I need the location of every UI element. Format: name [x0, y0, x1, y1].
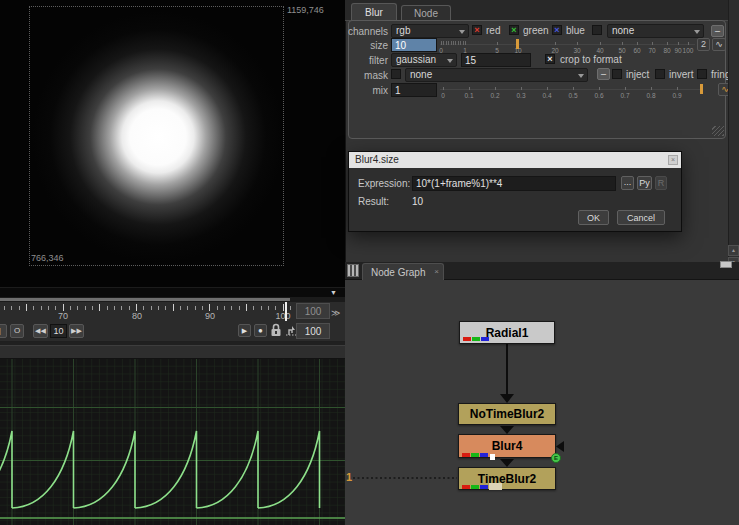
slider-tick-label: 0.8 [643, 92, 659, 99]
slider-tick-label: 0.2 [487, 92, 503, 99]
channels-dropdown[interactable]: rgb [391, 24, 469, 38]
expression-browse-button[interactable]: ... [621, 176, 634, 190]
slider-tick [600, 42, 601, 45]
mask-label: mask [354, 70, 388, 81]
node-graph-canvas[interactable]: Radial1 NoTimeBlur2 Blur4 E TimeBlur2 1 [345, 280, 739, 525]
curve-editor[interactable] [0, 359, 345, 525]
bbox-coord-top-right: 1159,746 [287, 5, 324, 15]
fringe-checkbox[interactable] [697, 69, 707, 79]
tab-node[interactable]: Node [401, 5, 451, 21]
node-notimeblur2[interactable]: NoTimeBlur2 [458, 403, 556, 425]
extra-channel-checkbox[interactable] [592, 25, 602, 35]
fps-box[interactable]: 100 [296, 323, 330, 339]
node-graph-header: Node Graph × [345, 262, 739, 280]
mask-input-arrow [556, 441, 564, 452]
size-split-button[interactable]: 2 [697, 38, 710, 51]
chevron-down-icon [447, 59, 453, 63]
mix-label: mix [354, 85, 388, 96]
dialog-title[interactable]: Blur4.size [349, 152, 681, 168]
viewer-canvas[interactable]: 1159,746 766,346 [0, 0, 345, 287]
inject-label: inject [626, 69, 649, 80]
scroll-up-button[interactable]: ▲ [728, 245, 739, 256]
forward-increment-button[interactable]: ▶▶ [69, 324, 84, 338]
crop-checkbox[interactable]: × [545, 54, 555, 64]
slider-tick [521, 87, 522, 90]
range-end-box[interactable]: 100 [296, 303, 330, 319]
slider-tick [443, 87, 444, 90]
goto-start-button[interactable]: | [0, 324, 7, 338]
expression-input[interactable] [412, 176, 616, 191]
mask-dropdown[interactable]: none [405, 68, 588, 82]
frame-increment-field[interactable] [50, 324, 67, 338]
tab-close-icon[interactable]: × [434, 267, 439, 276]
extra-channel-dropdown[interactable]: none [607, 24, 704, 38]
ok-button[interactable]: OK [578, 210, 609, 225]
properties-vertical-scrollbar[interactable] [728, 0, 739, 268]
loop-mode-button[interactable]: O [10, 324, 24, 338]
panel-corner-icon[interactable] [720, 261, 732, 268]
result-value: 10 [412, 196, 423, 207]
slider-tick [599, 87, 600, 90]
full-frame-button[interactable]: ● [254, 324, 267, 337]
slider-tick-label: 100 [680, 47, 696, 54]
tab-blur[interactable]: Blur [351, 3, 397, 21]
curve-editor-header [0, 345, 345, 359]
blue-channel-chip [480, 485, 488, 489]
scrollbar-thumb[interactable] [0, 298, 290, 301]
blue-channel-chip [481, 337, 489, 341]
green-checkbox[interactable]: × [509, 25, 519, 35]
flipbook-play-button[interactable]: ▶ [238, 324, 251, 337]
slider-tick-label: 30 [569, 47, 585, 54]
ruler-major-ticks [0, 304, 291, 311]
slider-tick [573, 87, 574, 90]
channels-minus-button[interactable]: – [711, 25, 724, 37]
slider-tick [652, 42, 653, 45]
cancel-button[interactable]: Cancel [617, 210, 665, 225]
slider-tick [688, 42, 689, 45]
lock-range-icon[interactable] [270, 323, 282, 339]
content-menu-icon[interactable] [347, 264, 359, 277]
slider-tick-label: 60 [629, 47, 645, 54]
back-increment-button[interactable]: ◀◀ [33, 324, 48, 338]
size-slider-handle[interactable] [516, 39, 519, 49]
size-slider[interactable] [440, 44, 695, 45]
mask-checkbox[interactable] [391, 69, 401, 79]
blue-label: blue [566, 25, 585, 36]
blue-checkbox[interactable]: × [552, 25, 562, 35]
slider-tick [637, 42, 638, 45]
mix-slider[interactable] [440, 89, 703, 90]
slider-tick-label: 0.3 [513, 92, 529, 99]
revert-button[interactable]: R [655, 176, 667, 190]
dialog-close-icon[interactable]: × [668, 155, 678, 165]
grid-minor [0, 359, 345, 525]
tab-node-graph[interactable]: Node Graph × [362, 263, 444, 280]
filter-dropdown[interactable]: gaussian [391, 53, 457, 67]
slider-tick [547, 87, 548, 90]
slider-tick [677, 87, 678, 90]
panel-resize-grip[interactable] [712, 126, 724, 136]
slider-tick-label: 20 [547, 47, 563, 54]
slider-tick [441, 42, 442, 45]
size-animation-curve-icon[interactable]: ∿ [712, 38, 726, 51]
playhead-marker[interactable] [285, 302, 287, 321]
red-checkbox[interactable]: × [472, 25, 482, 35]
mix-field[interactable] [391, 83, 437, 97]
channels-label: channels [340, 26, 388, 37]
red-channel-chip [462, 453, 470, 457]
filter-quality-field[interactable] [461, 53, 531, 67]
python-button[interactable]: Py [637, 176, 652, 190]
size-field[interactable] [391, 38, 437, 52]
expand-chevron-icon[interactable]: ≫ [331, 308, 340, 318]
mix-slider-handle[interactable] [700, 84, 703, 94]
expression-badge: E [551, 453, 561, 463]
invert-checkbox[interactable] [655, 69, 665, 79]
slider-tick-label: 0 [435, 92, 451, 99]
slider-tick [465, 42, 466, 45]
frame-ruler[interactable]: 70 80 90 100 100 ≫ [0, 302, 345, 321]
funnel-icon[interactable]: ▼ [330, 289, 337, 296]
slider-tick [469, 87, 470, 90]
crop-label: crop to format [560, 54, 622, 65]
mask-minus-button[interactable]: – [597, 68, 610, 80]
green-channel-chip [472, 337, 480, 341]
inject-checkbox[interactable] [612, 69, 622, 79]
